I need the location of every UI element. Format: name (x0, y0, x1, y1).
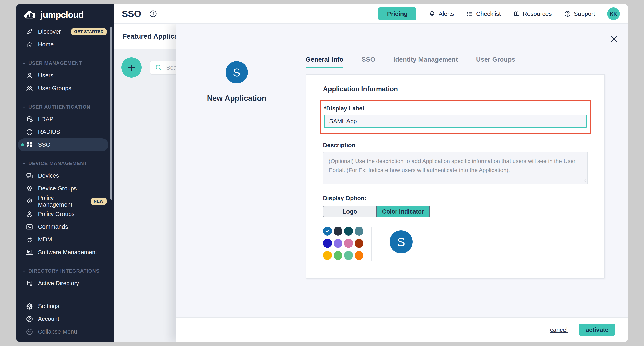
sidebar-item-label: Settings (38, 303, 59, 309)
application-initial-avatar: S (226, 61, 248, 83)
new-application-modal: S New Application General Info SSO Ident… (176, 24, 628, 342)
color-swatch[interactable] (323, 251, 332, 260)
application-information-card: Application Information *Display Label D… (306, 74, 605, 279)
sidebar-item-label: Users (38, 72, 54, 79)
checklist-icon (466, 10, 474, 18)
display-option-label: Display Option: (323, 195, 588, 202)
chevron-down-icon (22, 61, 26, 65)
user-groups-icon (26, 84, 34, 92)
pricing-button[interactable]: Pricing (378, 8, 416, 20)
policy-management-icon (26, 197, 34, 205)
sidebar-item-label: Software Management (38, 249, 97, 256)
sidebar: jumpcloud Discover GET STARTED (16, 4, 114, 342)
sidebar-item-label: Devices (38, 172, 59, 179)
sidebar-item-home[interactable]: Home (16, 38, 114, 51)
color-swatch[interactable] (354, 239, 364, 248)
account-icon (26, 315, 34, 323)
radius-icon (26, 128, 34, 136)
color-swatch[interactable] (334, 251, 342, 260)
sidebar-item-label: Home (38, 41, 54, 48)
description-field-wrap (323, 152, 588, 184)
picker-divider (371, 227, 372, 261)
color-swatch[interactable] (344, 239, 353, 248)
sso-grid-icon (26, 141, 34, 149)
display-label-highlight-box: *Display Label (320, 100, 591, 134)
sidebar-scrollbar[interactable] (110, 27, 112, 200)
sidebar-item-active-directory[interactable]: Active Directory (16, 277, 114, 290)
add-application-button[interactable]: + (121, 57, 142, 78)
color-preview-avatar: S (390, 230, 412, 253)
sidebar-item-user-groups[interactable]: User Groups (16, 82, 114, 95)
close-icon[interactable] (609, 34, 619, 44)
resources-button[interactable]: Resources (513, 10, 552, 18)
modal-tabs: General Info SSO Identity Management Use… (306, 56, 515, 68)
sidebar-item-account[interactable]: Account (16, 312, 114, 325)
info-icon[interactable] (149, 10, 157, 18)
sidebar-item-label: Commands (38, 223, 68, 230)
display-option-color-indicator[interactable]: Color Indicator (376, 206, 430, 217)
alerts-button[interactable]: Alerts (428, 10, 454, 18)
jumpcloud-logo: jumpcloud (16, 4, 114, 25)
collapse-arrow-icon (26, 328, 34, 336)
sidebar-section-directory-integrations[interactable]: DIRECTORY INTEGRATIONS (16, 268, 114, 274)
sidebar-section-device-management[interactable]: DEVICE MANAGEMENT (16, 160, 114, 167)
sidebar-item-label: Collapse Menu (38, 328, 77, 335)
avatar[interactable]: KK (607, 8, 620, 20)
sidebar-item-policy-management[interactable]: Policy Management NEW (16, 195, 114, 208)
commands-icon (26, 223, 34, 231)
tab-identity-management[interactable]: Identity Management (394, 56, 458, 68)
color-swatch[interactable] (334, 239, 342, 248)
sidebar-item-users[interactable]: Users (16, 69, 114, 82)
sidebar-section-user-authentication[interactable]: USER AUTHENTICATION (16, 103, 114, 110)
tab-user-groups[interactable]: User Groups (476, 56, 515, 68)
sidebar-item-radius[interactable]: RADIUS (16, 126, 114, 138)
color-swatch[interactable] (344, 251, 353, 260)
screen: jumpcloud Discover GET STARTED (0, 0, 644, 346)
sidebar-section-user-management[interactable]: USER MANAGEMENT (16, 60, 114, 67)
color-swatch[interactable] (354, 251, 364, 260)
sidebar-item-discover[interactable]: Discover GET STARTED (16, 25, 114, 38)
description-textarea[interactable] (323, 152, 588, 184)
activate-button[interactable]: activate (579, 324, 615, 336)
color-swatch[interactable] (323, 239, 332, 248)
sidebar-item-label: MDM (38, 236, 52, 243)
logo-wordmark: jumpcloud (40, 10, 84, 20)
search-icon (154, 64, 162, 72)
color-swatch[interactable] (344, 227, 353, 236)
sidebar-item-label: Device Groups (38, 185, 77, 192)
discover-icon (26, 28, 34, 36)
check-icon (325, 229, 330, 234)
display-label-input[interactable] (324, 115, 587, 128)
sidebar-item-collapse-menu[interactable]: Collapse Menu (16, 325, 114, 338)
sidebar-item-device-groups[interactable]: Device Groups (16, 182, 114, 195)
tab-general-info[interactable]: General Info (306, 56, 344, 68)
card-heading: Application Information (323, 85, 588, 93)
jumpcloud-cloud-icon (24, 10, 37, 20)
ldap-icon (26, 115, 34, 123)
sidebar-item-ldap[interactable]: LDAP (16, 113, 114, 126)
checklist-button[interactable]: Checklist (466, 10, 501, 18)
tab-sso[interactable]: SSO (362, 56, 376, 68)
sidebar-item-commands[interactable]: Commands (16, 220, 114, 233)
cancel-link[interactable]: cancel (550, 326, 568, 333)
sidebar-item-software-management[interactable]: Software Management (16, 246, 114, 259)
resize-handle-icon[interactable] (583, 179, 586, 182)
sidebar-item-devices[interactable]: Devices (16, 169, 114, 182)
color-swatch-grid (323, 227, 364, 260)
sidebar-item-label: SSO (38, 141, 50, 148)
chevron-down-icon (22, 105, 26, 109)
color-swatch[interactable] (354, 227, 364, 236)
support-button[interactable]: Support (564, 10, 595, 18)
app-window: jumpcloud Discover GET STARTED (16, 4, 628, 342)
main-area: SSO Pricing Alerts (114, 4, 628, 342)
color-swatch[interactable] (334, 227, 342, 236)
sidebar-item-settings[interactable]: Settings (16, 300, 114, 312)
sidebar-item-sso[interactable]: SSO (18, 138, 108, 151)
gear-icon (26, 302, 34, 310)
sidebar-item-mdm[interactable]: MDM (16, 233, 114, 246)
policy-groups-icon (26, 210, 34, 218)
display-option-logo[interactable]: Logo (324, 206, 376, 217)
color-swatch-selected[interactable] (323, 227, 332, 236)
sidebar-item-policy-groups[interactable]: Policy Groups (16, 208, 114, 220)
page-title: SSO (122, 8, 141, 19)
